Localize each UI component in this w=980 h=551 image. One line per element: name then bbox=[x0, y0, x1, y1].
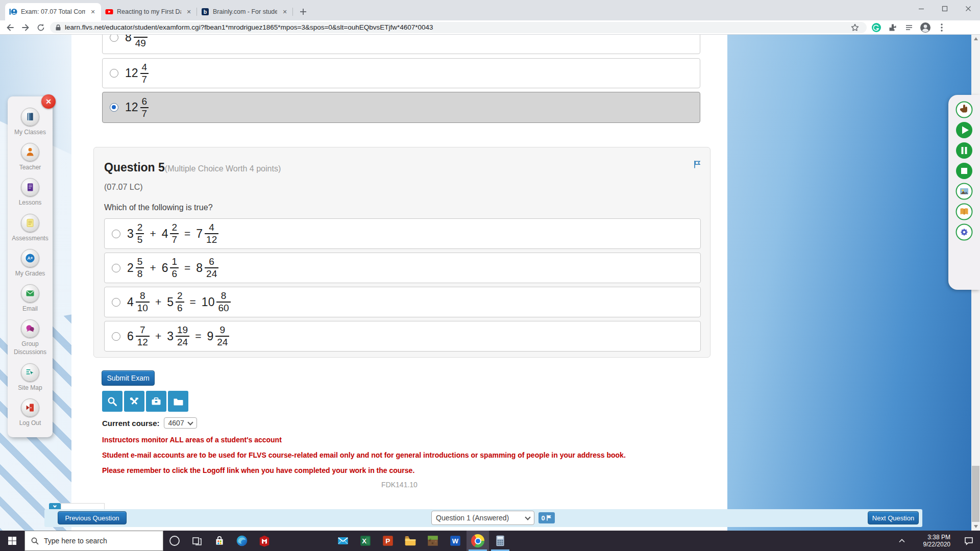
new-tab-button[interactable] bbox=[296, 5, 310, 19]
taskbar-app-mail[interactable] bbox=[332, 531, 354, 551]
sidebar-item-my-classes[interactable]: My Classes bbox=[8, 108, 53, 136]
pointer-button[interactable] bbox=[955, 101, 973, 118]
taskbar-app-excel[interactable]: X bbox=[354, 531, 377, 551]
answer-radio[interactable] bbox=[112, 230, 120, 238]
browser-tab[interactable]: Exam: 07.07 Total Common Deno✕ bbox=[5, 3, 101, 20]
reading-list-button[interactable] bbox=[902, 21, 916, 34]
question-select[interactable]: Question 1 (Answered) bbox=[431, 511, 534, 525]
sidebar-item-lessons[interactable]: Lessons bbox=[8, 178, 53, 207]
flagged-count-badge[interactable]: 0 bbox=[538, 512, 555, 523]
fraction-numerator: 8 bbox=[219, 291, 228, 301]
answer-option[interactable]: 1267 bbox=[102, 92, 700, 123]
extensions-button[interactable] bbox=[886, 21, 899, 34]
taskbar-app-store[interactable] bbox=[208, 531, 231, 551]
current-course-row: Current course: 4607 bbox=[102, 417, 197, 429]
answer-radio[interactable] bbox=[110, 35, 118, 42]
browser-tab[interactable]: bBrainly.com - For students. By st✕ bbox=[197, 3, 293, 20]
taskbar-app-powerpoint[interactable]: P bbox=[377, 531, 399, 551]
tab-close-button[interactable]: ✕ bbox=[89, 8, 97, 16]
pause-icon bbox=[955, 142, 973, 159]
toolbox-tool-button[interactable] bbox=[146, 391, 166, 412]
sidebar-item-email[interactable]: Email bbox=[8, 284, 53, 313]
cortana-icon bbox=[168, 535, 181, 547]
fraction-numerator: 2 bbox=[176, 291, 184, 301]
flag-question-button[interactable] bbox=[693, 160, 702, 171]
taskbar-app-word[interactable]: W bbox=[444, 531, 467, 551]
sidebar-item-group-discussions[interactable]: Group Discussions bbox=[8, 319, 53, 356]
fraction: 47 bbox=[140, 62, 149, 85]
sidebar-item-teacher[interactable]: Teacher bbox=[8, 143, 53, 171]
answer-radio[interactable] bbox=[110, 103, 118, 112]
sidebar-item-assessments[interactable]: Assessments bbox=[8, 214, 53, 242]
sidebar-item-site-map[interactable]: Site Map bbox=[8, 363, 53, 392]
start-button[interactable] bbox=[0, 531, 24, 551]
sidebar-item-log-out[interactable]: Log Out bbox=[8, 398, 53, 427]
picture-button[interactable] bbox=[955, 183, 973, 200]
tab-close-button[interactable]: ✕ bbox=[281, 8, 289, 16]
taskbar-app-explorer[interactable] bbox=[399, 531, 422, 551]
forward-button[interactable] bbox=[19, 21, 32, 34]
window-minimize-button[interactable] bbox=[910, 0, 933, 17]
calculator-icon bbox=[494, 534, 507, 547]
answer-option[interactable]: 325+427=7412 bbox=[104, 218, 701, 249]
page-viewport: 8 4912471267 Question 5 (Multiple Choice… bbox=[0, 35, 980, 531]
answer-option[interactable]: 6712+31924=9924 bbox=[104, 321, 701, 352]
collapse-arrow-tab[interactable] bbox=[49, 503, 61, 509]
taskbar-app-minecraft[interactable] bbox=[422, 531, 444, 551]
url-omnibox[interactable]: learn.flvs.net/educator/student/examform… bbox=[50, 22, 867, 33]
taskbar-app-cortana[interactable] bbox=[163, 531, 186, 551]
answer-option[interactable]: 4810+526=10860 bbox=[104, 287, 701, 317]
tab-close-button[interactable]: ✕ bbox=[185, 8, 193, 16]
window-close-button[interactable] bbox=[957, 0, 980, 17]
course-select[interactable]: 4607 bbox=[164, 417, 197, 429]
show-hidden-icons-button[interactable] bbox=[894, 538, 910, 543]
sidebar-close-button[interactable]: ✕ bbox=[41, 94, 56, 109]
taskbar-app-mcafee[interactable] bbox=[253, 531, 276, 551]
answer-radio[interactable] bbox=[112, 298, 120, 307]
padlock-icon[interactable] bbox=[55, 24, 61, 31]
scrollbar-thumb[interactable] bbox=[972, 466, 979, 522]
taskbar-app-chrome[interactable] bbox=[467, 531, 489, 551]
browser-menu-button[interactable] bbox=[935, 21, 948, 34]
search-tool-button[interactable] bbox=[102, 391, 122, 412]
answer-option[interactable]: 258+616=8624 bbox=[104, 253, 701, 283]
grammarly-extension-button[interactable] bbox=[870, 21, 883, 34]
answer-radio[interactable] bbox=[110, 69, 118, 78]
tools-tool-button[interactable] bbox=[124, 391, 144, 412]
pause-button[interactable] bbox=[955, 142, 973, 159]
browser-tab[interactable]: Reacting to my First Dance Mom✕ bbox=[101, 3, 197, 20]
taskbar-app-taskview[interactable] bbox=[186, 531, 208, 551]
scrollbar-down-button[interactable] bbox=[971, 522, 980, 531]
submit-exam-button[interactable]: Submit Exam bbox=[102, 370, 155, 386]
answer-option[interactable]: 1247 bbox=[102, 58, 700, 88]
word-icon: W bbox=[449, 534, 462, 547]
folder-tool-button[interactable] bbox=[168, 391, 188, 412]
settings-button[interactable] bbox=[955, 223, 973, 241]
search-icon bbox=[31, 537, 39, 545]
answer-option[interactable]: 8 49 bbox=[102, 35, 700, 54]
whole-number: 9 bbox=[207, 330, 213, 343]
taskbar-search-box[interactable]: Type here to search bbox=[24, 531, 163, 551]
stop-button[interactable] bbox=[955, 162, 973, 180]
taskbar-app-edge[interactable] bbox=[231, 531, 253, 551]
sidebar-item-my-grades[interactable]: A+My Grades bbox=[8, 249, 53, 278]
tab-title: Reacting to my First Dance Mom bbox=[117, 8, 181, 15]
next-question-button[interactable]: Next Question bbox=[868, 511, 919, 524]
profile-avatar[interactable] bbox=[919, 21, 932, 34]
book-button[interactable] bbox=[955, 203, 973, 220]
scrollbar-up-button[interactable] bbox=[971, 35, 980, 43]
answer-radio[interactable] bbox=[112, 332, 120, 341]
back-button[interactable] bbox=[4, 21, 16, 34]
play-button[interactable] bbox=[955, 121, 973, 139]
taskbar-app-calculator[interactable] bbox=[489, 531, 511, 551]
window-maximize-button[interactable] bbox=[933, 0, 957, 17]
taskbar-clock[interactable]: 3:38 PM 9/22/2020 bbox=[910, 534, 950, 548]
answer-radio[interactable] bbox=[112, 264, 120, 272]
reload-button[interactable] bbox=[35, 21, 47, 34]
previous-question-button[interactable]: Previous Question bbox=[58, 511, 127, 524]
action-center-button[interactable] bbox=[958, 536, 980, 546]
fraction-denominator: 49 bbox=[134, 38, 148, 48]
whole-number: 8 bbox=[196, 261, 203, 275]
whole-number: 5 bbox=[167, 295, 174, 309]
bookmark-star-button[interactable] bbox=[848, 21, 862, 34]
